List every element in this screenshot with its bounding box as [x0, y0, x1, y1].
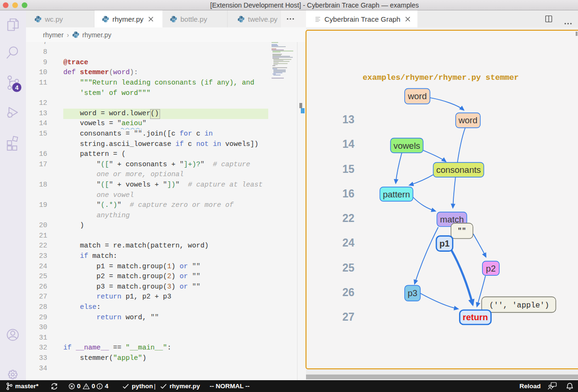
svg-text:4: 4 [15, 84, 19, 91]
svg-text:14: 14 [342, 138, 355, 150]
svg-text:word: word [458, 115, 477, 125]
svg-text:16: 16 [342, 187, 355, 200]
svg-text:return: return [463, 312, 488, 322]
svg-text:"": "" [458, 227, 466, 235]
svg-text:word: word [408, 91, 427, 101]
svg-text:22: 22 [342, 212, 355, 224]
svg-text:p1: p1 [440, 239, 450, 248]
svg-text:24: 24 [342, 237, 355, 249]
svg-text:p2: p2 [486, 264, 496, 273]
svg-text:match: match [440, 214, 464, 224]
svg-text:examples/rhymer/rhymer.py stem: examples/rhymer/rhymer.py stemmer [363, 73, 518, 82]
svg-text:p3: p3 [408, 288, 417, 298]
svg-text:consonants: consonants [436, 165, 481, 175]
svg-text:('', 'apple'): ('', 'apple') [489, 301, 549, 310]
svg-text:pattern: pattern [383, 189, 410, 199]
svg-text:25: 25 [342, 262, 355, 274]
svg-text:27: 27 [342, 311, 355, 323]
svg-text:15: 15 [342, 163, 355, 175]
svg-text:vowels: vowels [393, 141, 420, 151]
svg-text:26: 26 [342, 286, 355, 298]
svg-text:13: 13 [342, 113, 355, 126]
